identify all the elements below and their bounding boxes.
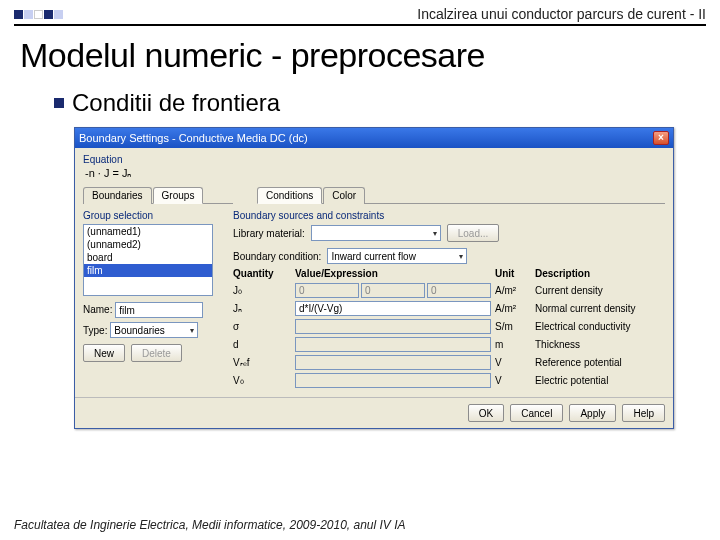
left-tabstrip: Boundaries Groups <box>83 186 233 204</box>
right-tabstrip: Conditions Color <box>257 186 665 204</box>
list-item[interactable]: (unnamed1) <box>84 225 212 238</box>
boundary-settings-dialog: Boundary Settings - Conductive Media DC … <box>74 127 674 429</box>
param-row: Jₙ A/m² Normal current density <box>233 299 665 317</box>
j0-y-input <box>361 283 425 298</box>
v0-input <box>295 373 491 388</box>
close-icon[interactable]: × <box>653 131 669 145</box>
param-row: V₀ V Electric potential <box>233 371 665 389</box>
type-dropdown[interactable]: Boundaries▾ <box>110 322 198 338</box>
library-label: Library material: <box>233 228 305 239</box>
param-row: J₀ A/m² Current density <box>233 281 665 299</box>
equation-text: -n · J = Jₙ <box>85 167 665 180</box>
load-button[interactable]: Load... <box>447 224 500 242</box>
chevron-down-icon: ▾ <box>459 252 463 261</box>
tab-color[interactable]: Color <box>323 187 365 204</box>
j0-x-input <box>295 283 359 298</box>
param-header-row: Quantity Value/Expression Unit Descripti… <box>233 268 665 279</box>
tab-groups[interactable]: Groups <box>153 187 204 204</box>
sources-label: Boundary sources and constraints <box>233 210 665 221</box>
bullet-icon <box>54 98 64 108</box>
j0-z-input <box>427 283 491 298</box>
tab-boundaries[interactable]: Boundaries <box>83 187 152 204</box>
vref-input <box>295 355 491 370</box>
header-title: Incalzirea unui conductor parcurs de cur… <box>63 6 706 22</box>
list-item[interactable]: board <box>84 251 212 264</box>
slide-title: Modelul numeric - preprocesare <box>20 36 706 75</box>
param-row: Vᵣₑf V Reference potential <box>233 353 665 371</box>
help-button[interactable]: Help <box>622 404 665 422</box>
delete-button[interactable]: Delete <box>131 344 182 362</box>
tab-conditions[interactable]: Conditions <box>257 187 322 204</box>
param-row: d m Thickness <box>233 335 665 353</box>
subtitle-text: Conditii de frontiera <box>72 89 280 117</box>
ok-button[interactable]: OK <box>468 404 504 422</box>
list-item-selected[interactable]: film <box>84 264 212 277</box>
d-input <box>295 337 491 352</box>
slide-footer: Facultatea de Inginerie Electrica, Medii… <box>14 518 406 532</box>
list-item[interactable]: (unnamed2) <box>84 238 212 251</box>
dialog-footer: OK Cancel Apply Help <box>75 397 673 428</box>
cancel-button[interactable]: Cancel <box>510 404 563 422</box>
equation-label: Equation <box>83 154 665 165</box>
dialog-title: Boundary Settings - Conductive Media DC … <box>79 132 653 144</box>
apply-button[interactable]: Apply <box>569 404 616 422</box>
subtitle-row: Conditii de frontiera <box>54 89 706 117</box>
group-selection-label: Group selection <box>83 210 223 221</box>
group-selection-list[interactable]: (unnamed1) (unnamed2) board film <box>83 224 213 296</box>
bc-dropdown[interactable]: Inward current flow▾ <box>327 248 467 264</box>
param-row: σ S/m Electrical conductivity <box>233 317 665 335</box>
type-label: Type: <box>83 325 107 336</box>
library-dropdown[interactable]: ▾ <box>311 225 441 241</box>
chevron-down-icon: ▾ <box>433 229 437 238</box>
name-input[interactable] <box>115 302 203 318</box>
jn-input[interactable] <box>295 301 491 316</box>
chevron-down-icon: ▾ <box>190 326 194 335</box>
header-decor <box>14 10 63 19</box>
name-label: Name: <box>83 304 112 315</box>
new-button[interactable]: New <box>83 344 125 362</box>
slide-header: Incalzirea unui conductor parcurs de cur… <box>14 6 706 26</box>
bc-label: Boundary condition: <box>233 251 321 262</box>
dialog-titlebar[interactable]: Boundary Settings - Conductive Media DC … <box>75 128 673 148</box>
sigma-input <box>295 319 491 334</box>
